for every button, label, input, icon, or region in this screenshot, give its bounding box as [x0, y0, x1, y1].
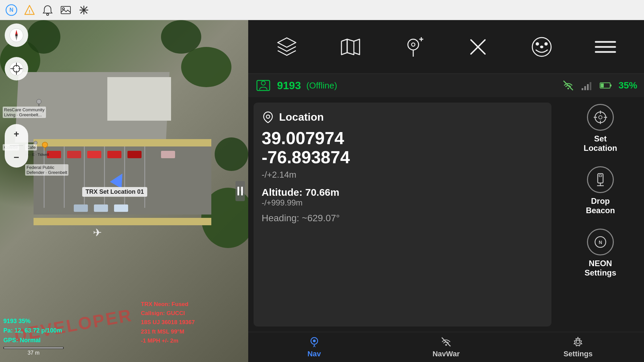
icon-bar [248, 20, 644, 74]
svg-rect-52 [587, 84, 589, 90]
asterisk-icon[interactable] [78, 4, 90, 16]
unit-id: 9193 [277, 79, 301, 92]
accuracy-value: -/+2.14m [262, 170, 543, 180]
map-info-left: 9193 35% Pa: 12, 63.72 p/100m GPS: Norma… [3, 316, 62, 345]
north-icon[interactable]: N [5, 4, 17, 16]
unit-icon [255, 77, 272, 94]
close-button[interactable] [461, 30, 495, 64]
svg-rect-65 [599, 175, 602, 177]
image-icon[interactable] [60, 4, 72, 16]
pause-button[interactable] [235, 181, 245, 201]
drop-beacon-icon [587, 166, 614, 193]
map-area[interactable]: ✈ ResCare CommunityLiving · Greenbelt...… [0, 20, 248, 362]
map-pin-cafe [42, 142, 48, 150]
svg-point-21 [15, 34, 17, 36]
compass-button[interactable] [5, 23, 28, 47]
road [34, 139, 211, 146]
layers-button[interactable] [270, 30, 304, 64]
side-actions: SetLocation DropBeacon [557, 97, 644, 332]
location-add-button[interactable] [397, 30, 431, 64]
heading-label: Heading: ~629.07° [262, 213, 543, 224]
nav-label: Nav [307, 350, 321, 358]
settings-label: Settings [564, 350, 593, 358]
set-location-label: SetLocation [584, 134, 617, 153]
map-pin-rescare [36, 99, 42, 106]
svg-point-12 [37, 99, 41, 104]
svg-point-74 [576, 340, 580, 344]
svg-point-32 [408, 39, 419, 50]
zoom-out-button[interactable]: − [8, 149, 25, 166]
svg-point-71 [313, 340, 316, 342]
label-rescare: ResCare CommunityLiving · Greenbelt... [3, 107, 46, 118]
status-bar: 9193 (Offline) [248, 74, 644, 97]
dog-button[interactable] [525, 30, 558, 64]
svg-rect-51 [584, 86, 586, 90]
svg-rect-55 [610, 84, 611, 86]
longitude-value: -76.893874 [262, 148, 543, 167]
zoom-in-button[interactable]: + [8, 126, 25, 142]
svg-point-16 [42, 142, 48, 147]
svg-point-41 [544, 42, 548, 46]
signal-crossed-icon [562, 79, 574, 92]
navwar-label: NavWar [432, 350, 460, 358]
aircraft-icon: ✈ [84, 226, 111, 240]
settings-icon [572, 336, 584, 348]
trx-set-location-label: TRX Set Location 01 [82, 187, 147, 197]
svg-rect-50 [582, 88, 583, 90]
main-content: ✈ ResCare CommunityLiving · Greenbelt...… [0, 20, 644, 362]
svg-point-49 [567, 88, 569, 89]
nav-tab-navwar[interactable]: NavWar [380, 332, 512, 362]
nav-tab-settings[interactable]: Settings [512, 332, 644, 362]
svg-rect-5 [61, 6, 70, 14]
svg-point-73 [445, 344, 447, 346]
svg-text:N: N [599, 240, 602, 245]
location-pin-icon [262, 111, 274, 123]
road [34, 218, 211, 225]
svg-point-40 [536, 42, 539, 46]
label-federal: Federal PublicDefender · Greenbelt [25, 164, 68, 176]
menu-button[interactable] [589, 30, 622, 64]
map-info-right: TRX Neon: Fused Callsign: GUCCI 18S UJ 3… [141, 300, 195, 345]
drop-beacon-action[interactable]: DropBeacon [586, 166, 615, 215]
svg-point-57 [266, 115, 270, 118]
svg-text:N: N [9, 7, 13, 13]
right-panel: 9193 (Offline) [248, 20, 644, 362]
altitude-label: Altitude: 70.66m [262, 187, 543, 198]
svg-rect-29 [241, 187, 243, 195]
location-card: Location 39.007974 -76.893874 -/+2.14m A… [254, 103, 551, 326]
nav-tab-nav[interactable]: Nav [248, 332, 380, 362]
card-title: Location [279, 111, 324, 123]
svg-rect-56 [601, 83, 604, 87]
drop-beacon-label: DropBeacon [586, 196, 615, 215]
crosshair-button[interactable] [5, 57, 28, 80]
svg-marker-30 [278, 38, 296, 47]
battery-icon [600, 82, 612, 89]
svg-point-6 [62, 8, 64, 10]
neon-settings-icon: N [587, 229, 614, 255]
label-tidwell: sh · E · Tidwell [25, 153, 49, 157]
svg-point-4 [47, 13, 49, 15]
bottom-nav: Nav NavWar [248, 332, 644, 362]
svg-point-33 [412, 43, 415, 46]
alert-icon[interactable]: ! [23, 4, 36, 16]
notification-icon[interactable] [42, 4, 54, 16]
tree-cluster [27, 20, 60, 54]
status-right: 35% [562, 79, 637, 92]
svg-point-59 [599, 116, 602, 119]
svg-marker-31 [347, 39, 354, 55]
latitude-value: 39.007974 [262, 129, 543, 148]
nav-pin-icon [309, 336, 320, 348]
tree-cluster [161, 20, 201, 54]
map-button[interactable] [334, 30, 367, 64]
scale-bar: 37 m [3, 347, 64, 356]
set-location-action[interactable]: SetLocation [584, 104, 617, 153]
tree-cluster [215, 137, 248, 171]
neon-settings-action[interactable]: N NEONSettings [585, 229, 616, 278]
neon-settings-label: NEONSettings [585, 259, 616, 278]
set-location-icon [587, 104, 614, 131]
svg-rect-28 [237, 187, 239, 195]
top-toolbar: N ! [0, 0, 644, 20]
svg-point-42 [540, 46, 543, 48]
battery-percentage: 35% [619, 80, 637, 91]
tree-cluster [181, 47, 231, 87]
